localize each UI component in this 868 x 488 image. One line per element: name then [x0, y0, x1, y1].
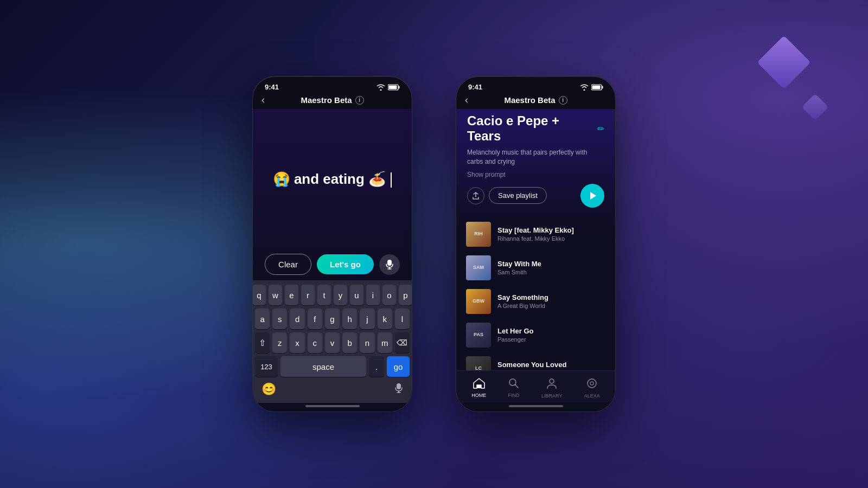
key-h[interactable]: h [342, 309, 357, 329]
key-a[interactable]: a [255, 309, 270, 329]
action-bar: Clear Let's go [253, 249, 412, 280]
info-button-2[interactable]: i [559, 96, 567, 105]
key-k[interactable]: k [378, 309, 392, 329]
art-label-3: GBW [473, 298, 484, 304]
keyboard-row-3: ⇧ z x c v b n m ⌫ [255, 332, 410, 353]
status-bar-1: 9:41 [253, 76, 412, 93]
phone-input-screen: 9:41 ‹ Maestro Beta i [252, 76, 412, 412]
album-art-2: SAM [466, 255, 491, 280]
key-q[interactable]: q [253, 285, 266, 305]
key-w[interactable]: w [269, 285, 282, 305]
share-button[interactable] [467, 187, 484, 204]
song-item-2[interactable]: SAM Stay With Me Sam Smith [463, 251, 609, 285]
key-u[interactable]: u [350, 285, 363, 305]
nav-tab-alexa[interactable]: ALEXA [578, 375, 607, 401]
save-playlist-button[interactable]: Save playlist [489, 187, 547, 204]
mic-icon-action [385, 260, 394, 269]
song-info-5: Someone You Loved Lewis Capaldi [497, 361, 605, 370]
art-label-5: LC [475, 365, 482, 370]
song-title-2: Stay With Me [497, 260, 605, 268]
edit-playlist-icon[interactable]: ✏ [597, 124, 604, 134]
song-title-5: Someone You Loved [497, 361, 605, 369]
find-tab-label: FIND [508, 393, 520, 398]
song-artist-4: Passenger [497, 336, 605, 343]
alexa-icon [586, 377, 597, 392]
key-r[interactable]: r [301, 285, 315, 305]
album-art-1: RIH [466, 222, 491, 247]
home-tab-label: HOME [471, 393, 486, 398]
key-c[interactable]: c [308, 332, 322, 353]
play-icon [588, 191, 597, 201]
show-prompt-link[interactable]: Show prompt [467, 171, 604, 178]
nav-tab-library[interactable]: LIBRARY [535, 375, 569, 401]
key-z[interactable]: z [272, 332, 287, 353]
key-shift[interactable]: ⇧ [255, 332, 270, 353]
playlist-description: Melancholy music that pairs perfectly wi… [467, 148, 604, 166]
playlist-header: Cacio e Pepe + Tears ✏ Melancholy music … [456, 109, 615, 217]
key-y[interactable]: y [334, 285, 347, 305]
svg-point-16 [588, 379, 596, 388]
key-123[interactable]: 123 [255, 356, 278, 377]
song-title-3: Say Something [497, 293, 605, 301]
key-v[interactable]: v [325, 332, 340, 353]
key-m[interactable]: m [378, 332, 392, 353]
nav-tab-home[interactable]: HOME [465, 376, 493, 400]
input-emoji-pasta: 🍝 [368, 171, 386, 187]
back-button-2[interactable]: ‹ [465, 94, 468, 106]
key-go[interactable]: go [387, 356, 410, 377]
svg-marker-12 [590, 192, 596, 200]
key-n[interactable]: n [360, 332, 374, 353]
key-e[interactable]: e [285, 285, 298, 305]
letsgo-button[interactable]: Let's go [317, 254, 374, 274]
mic-icon-keyboard[interactable] [394, 383, 403, 395]
keyboard-row-2: a s d f g h j k l [255, 309, 410, 329]
key-delete[interactable]: ⌫ [395, 332, 410, 353]
status-icons-1 [376, 84, 400, 91]
song-title-1: Stay [feat. Mikky Ekko] [497, 226, 605, 234]
input-emoji-sad: 😭 [273, 171, 290, 187]
play-button[interactable] [580, 184, 604, 208]
key-d[interactable]: d [290, 309, 304, 329]
status-icons-2 [580, 84, 603, 91]
home-icon [473, 378, 485, 391]
input-area: 😭 and eating 🍝 [253, 109, 412, 249]
song-item-3[interactable]: GBW Say Something A Great Big World [463, 285, 609, 318]
nav-bar-2: ‹ Maestro Beta i [456, 93, 615, 109]
library-icon [546, 377, 557, 392]
svg-rect-11 [592, 85, 601, 89]
key-i[interactable]: i [366, 285, 380, 305]
emoji-key[interactable]: 😊 [261, 382, 276, 396]
back-button-1[interactable]: ‹ [261, 94, 265, 106]
key-l[interactable]: l [395, 309, 410, 329]
key-s[interactable]: s [272, 309, 287, 329]
key-o[interactable]: o [382, 285, 396, 305]
mic-button-action[interactable] [379, 254, 400, 275]
time-display-2: 9:41 [468, 83, 482, 91]
home-indicator-2 [509, 405, 563, 407]
song-item-5[interactable]: LC Someone You Loved Lewis Capaldi [463, 352, 609, 370]
key-space[interactable]: space [280, 356, 366, 377]
key-j[interactable]: j [360, 309, 374, 329]
key-f[interactable]: f [308, 309, 322, 329]
nav-tab-find[interactable]: FIND [502, 376, 526, 400]
clear-button[interactable]: Clear [265, 254, 311, 275]
key-t[interactable]: t [317, 285, 331, 305]
nav-title-1: Maestro Beta i [301, 95, 363, 105]
phone-playlist-screen: 9:41 ‹ Maestro Beta i [456, 76, 616, 412]
svg-line-14 [515, 385, 519, 388]
time-display-1: 9:41 [265, 83, 279, 91]
svg-rect-3 [387, 260, 392, 266]
actions-left: Save playlist [467, 187, 547, 204]
key-p[interactable]: p [399, 285, 412, 305]
key-g[interactable]: g [325, 309, 340, 329]
song-item-4[interactable]: PAS Let Her Go Passenger [463, 318, 609, 352]
art-label-1: RIH [474, 231, 483, 237]
info-button-1[interactable]: i [355, 96, 364, 105]
keyboard[interactable]: q w e r t y u i o p a s d f g h [253, 280, 412, 403]
song-artist-1: Rihanna feat. Mikky Ekko [497, 235, 605, 242]
key-b[interactable]: b [342, 332, 357, 353]
status-bar-2: 9:41 [456, 76, 615, 93]
song-item-1[interactable]: RIH Stay [feat. Mikky Ekko] Rihanna feat… [463, 217, 609, 251]
key-x[interactable]: x [290, 332, 304, 353]
key-period[interactable]: . [369, 356, 384, 377]
